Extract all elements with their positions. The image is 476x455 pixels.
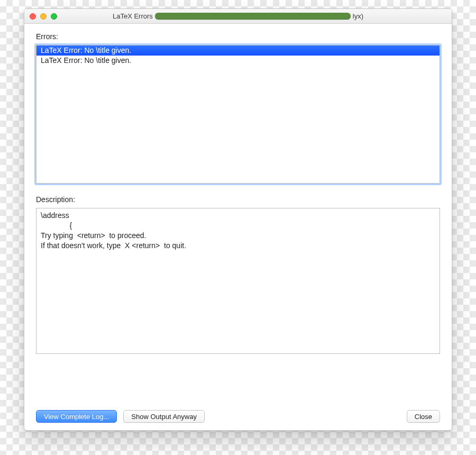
view-complete-log-button[interactable]: View Complete Log... bbox=[36, 410, 117, 423]
button-row: View Complete Log... Show Output Anyway … bbox=[36, 406, 440, 423]
error-list-item[interactable]: LaTeX Error: No \title given. bbox=[36, 56, 440, 66]
dialog-window: LaTeX Errors lyx) Errors: LaTeX Error: N… bbox=[24, 8, 452, 431]
error-list-item[interactable]: LaTeX Error: No \title given. bbox=[36, 46, 440, 56]
spacer bbox=[36, 188, 440, 191]
close-button[interactable]: Close bbox=[407, 410, 440, 423]
description-textview[interactable]: \address { Try typing <return> to procee… bbox=[36, 208, 440, 354]
title-redacted bbox=[155, 13, 351, 20]
show-output-anyway-button[interactable]: Show Output Anyway bbox=[123, 410, 205, 423]
dialog-body: Errors: LaTeX Error: No \title given.LaT… bbox=[24, 24, 452, 430]
titlebar: LaTeX Errors lyx) bbox=[24, 9, 452, 24]
close-window-button[interactable] bbox=[30, 13, 36, 20]
window-controls bbox=[24, 13, 57, 20]
zoom-window-button[interactable] bbox=[51, 13, 57, 20]
errors-label: Errors: bbox=[36, 32, 440, 41]
minimize-window-button[interactable] bbox=[40, 13, 47, 20]
window-title: LaTeX Errors lyx) bbox=[24, 12, 452, 20]
description-label: Description: bbox=[36, 195, 440, 204]
errors-listbox[interactable]: LaTeX Error: No \title given.LaTeX Error… bbox=[36, 45, 440, 184]
title-suffix: lyx) bbox=[353, 12, 363, 20]
title-prefix: LaTeX Errors bbox=[113, 12, 153, 20]
